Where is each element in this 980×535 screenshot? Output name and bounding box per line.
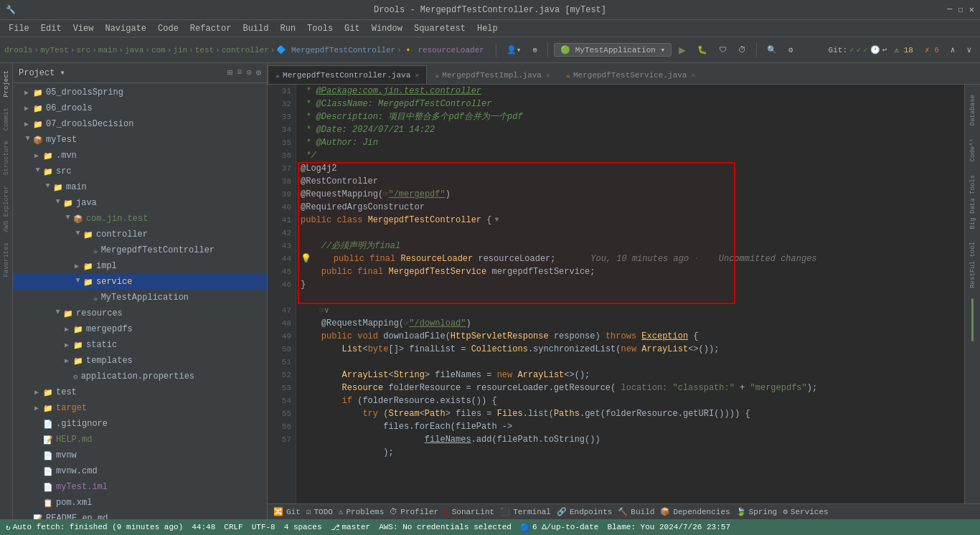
breadcrumb-controller[interactable]: controller	[222, 46, 269, 55]
menu-refactor[interactable]: Refactor	[184, 22, 237, 35]
tab-service[interactable]: ☕ MergepdfTestService.java ✕	[558, 65, 704, 84]
todo-btn[interactable]: ☑ TODO	[306, 507, 333, 516]
tree-item-droolsspring[interactable]: ▶ 📁 05_droolsSpring	[13, 85, 267, 100]
vtab-commit[interactable]: Commit	[2, 103, 11, 135]
menu-code[interactable]: Code	[152, 22, 184, 35]
tree-item-static[interactable]: ▶ 📁 static	[13, 337, 267, 353]
tree-item-src[interactable]: ▶ 📁 src	[13, 164, 267, 179]
bulb-icon-44[interactable]: 💡	[301, 252, 311, 265]
menu-tools[interactable]: Tools	[301, 22, 339, 35]
tree-item-target[interactable]: ▶ 📁 target	[13, 400, 267, 416]
problems-btn[interactable]: ⚠ Problems	[339, 507, 384, 516]
tree-item-helpmd[interactable]: ▶ 📝 HELP.md	[13, 432, 267, 448]
profiler-btn[interactable]: ⏱ Profiler	[390, 507, 438, 516]
expand-button[interactable]: ∨	[962, 43, 976, 57]
breadcrumb-class[interactable]: 🔷 MergepdfTestController	[276, 45, 395, 55]
collapse-all-icon[interactable]: ≡	[237, 67, 242, 78]
run-button[interactable]: ▶	[674, 41, 690, 60]
tree-item-drools[interactable]: ▶ 📁 06_drools	[13, 100, 267, 116]
tree-item-mvnw[interactable]: ▶ 📄 mvnw	[13, 448, 267, 463]
tree-item-controller-folder[interactable]: ▶ 📁 controller	[13, 227, 267, 242]
terminal-btn[interactable]: ⬛ Terminal	[500, 507, 551, 516]
breadcrumb-src[interactable]: src	[76, 46, 90, 55]
breadcrumb-mytest[interactable]: myTest	[40, 46, 69, 55]
status-position[interactable]: 44:48	[192, 523, 215, 531]
breadcrumb-test[interactable]: test	[195, 46, 214, 55]
tree-item-controller-file[interactable]: ▶ ☕ MergepdfTestController	[13, 242, 267, 258]
breadcrumb-field[interactable]: 🔸 resourceLoader	[403, 45, 484, 55]
vtab-project[interactable]: Project	[2, 66, 11, 102]
breadcrumb-java[interactable]: java	[125, 46, 143, 55]
vtab-codeai[interactable]: Codeᴬᴵ	[969, 133, 977, 167]
profile-button[interactable]: ⏱	[734, 43, 750, 57]
tree-item-droolsdecision[interactable]: ▶ 📁 07_droolsDecision	[13, 116, 267, 132]
tree-item-myapp[interactable]: ▶ ☕ MyTestApplication	[13, 290, 267, 306]
menu-edit[interactable]: Edit	[35, 22, 67, 35]
status-indent[interactable]: 4 spaces	[284, 523, 322, 531]
vtab-restful[interactable]: RestFul tool	[969, 236, 977, 294]
tree-item-gitignore[interactable]: ▶ 📄 .gitignore	[13, 416, 267, 432]
menu-build[interactable]: Build	[237, 22, 274, 35]
collapse-button[interactable]: ∧	[946, 43, 960, 57]
tree-item-java[interactable]: ▶ 📁 java	[13, 195, 267, 211]
project-title[interactable]: Project ▾	[19, 67, 65, 78]
scroll-to-icon[interactable]: ⊙	[247, 67, 252, 78]
tree-item-mvnwcmd[interactable]: ▶ 📄 mvnw.cmd	[13, 463, 267, 479]
vtab-structure[interactable]: Structure	[2, 136, 11, 180]
maximize-button[interactable]: ☐	[958, 4, 963, 15]
fold-icon-41[interactable]: ▼	[494, 214, 499, 227]
cursor-button[interactable]: ⊕	[528, 43, 542, 57]
menu-git[interactable]: Git	[339, 22, 366, 35]
menu-file[interactable]: File	[3, 22, 35, 35]
dependencies-btn[interactable]: 📦 Dependencies	[660, 507, 730, 516]
breadcrumb-main[interactable]: main	[98, 46, 117, 55]
git-checkmark-1[interactable]: ✓	[849, 45, 854, 55]
breadcrumb-drools[interactable]: drools	[4, 46, 33, 55]
git-undo[interactable]: ↩	[882, 45, 887, 55]
tree-item-main[interactable]: ▶ 📁 main	[13, 179, 267, 195]
status-git-delta[interactable]: 🔵 6 Δ/up-to-date	[520, 523, 598, 532]
tree-item-mytest-iml[interactable]: ▶ 📄 myTest.iml	[13, 479, 267, 495]
status-blame[interactable]: Blame: You 2024/7/26 23:57	[607, 523, 730, 531]
status-encoding[interactable]: UTF-8	[252, 523, 275, 531]
git-checkmark-3[interactable]: ✓	[863, 45, 868, 55]
tree-item-test[interactable]: ▶ 📁 test	[13, 384, 267, 400]
avatar-button[interactable]: 👤▾	[502, 43, 526, 57]
search-everywhere-button[interactable]: 🔍	[763, 43, 781, 57]
build-btn[interactable]: 🔨 Build	[618, 507, 654, 516]
sonarlint-btn[interactable]: ● SonarLint	[444, 508, 494, 516]
vtab-favorites[interactable]: Favorites	[2, 238, 11, 282]
run-config-label[interactable]: 🟢 MyTestApplication ▾	[554, 43, 672, 57]
debug-button[interactable]: 🐛	[693, 43, 712, 57]
tree-item-pomxml[interactable]: ▶ 📋 pom.xml	[13, 495, 267, 511]
spring-btn[interactable]: 🍃 Spring	[736, 507, 778, 516]
tree-item-package[interactable]: ▶ 📦 com.jin.test	[13, 211, 267, 227]
tab-impl-close[interactable]: ✕	[546, 71, 550, 80]
menu-navigate[interactable]: Navigate	[99, 22, 152, 35]
tab-impl[interactable]: ☕ MergepdfTestImpl.java ✕	[427, 65, 558, 84]
tree-item-templates[interactable]: ▶ 📁 templates	[13, 353, 267, 369]
tree-item-appprops[interactable]: ▶ ⚙ application.properties	[13, 369, 267, 384]
settings-button[interactable]: ⚙	[784, 43, 798, 57]
breadcrumb-jin[interactable]: jin	[173, 46, 187, 55]
menu-window[interactable]: Window	[366, 22, 408, 35]
warnings-button[interactable]: ⚠ 18	[890, 43, 917, 57]
menu-squaretest[interactable]: Squaretest	[408, 22, 471, 35]
tree-item-mytest[interactable]: ▶ 📦 myTest	[13, 132, 267, 148]
editor-content[interactable]: 31 32 33 34 35 36 37 38 39 40 41 42 43 4…	[268, 85, 980, 503]
menu-help[interactable]: Help	[471, 22, 504, 35]
tab-service-close[interactable]: ✕	[691, 71, 695, 80]
status-branch[interactable]: ⎇ master	[331, 523, 371, 532]
window-controls[interactable]: — ☐ ✕	[947, 4, 974, 15]
menu-run[interactable]: Run	[274, 22, 301, 35]
endpoints-btn[interactable]: 🔗 Endpoints	[557, 507, 612, 516]
tree-item-mergepdfs[interactable]: ▶ 📁 mergepdfs	[13, 321, 267, 337]
tab-controller-close[interactable]: ✕	[415, 71, 419, 80]
tree-item-impl[interactable]: ▶ 📁 impl	[13, 258, 267, 274]
status-aws[interactable]: AWS: No credentials selected	[379, 523, 512, 531]
errors-button[interactable]: ✗ 6	[920, 43, 943, 57]
code-area[interactable]: * @Package:com.jin.test.controller * @Cl…	[296, 85, 964, 503]
minimize-button[interactable]: —	[947, 4, 952, 15]
vtab-bigdata[interactable]: Big Data Tools	[969, 169, 977, 235]
git-tool-btn[interactable]: 🔀 Git	[273, 507, 301, 516]
